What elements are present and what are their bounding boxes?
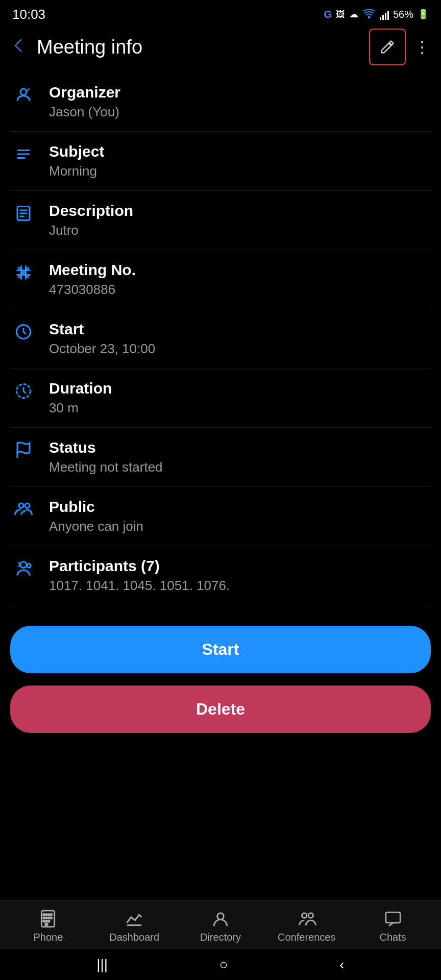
- meeting-no-value: 473030886: [49, 282, 431, 298]
- dashboard-icon: [125, 909, 144, 928]
- participants-label: Participants (7): [49, 557, 431, 575]
- meeting-no-text: Meeting No. 473030886: [49, 261, 431, 298]
- organizer-value: Jason (You): [49, 104, 431, 120]
- meeting-no-row: Meeting No. 473030886: [10, 250, 431, 309]
- public-icon: [10, 498, 37, 519]
- gallery-icon: 🖼: [336, 9, 345, 20]
- signal-icon: [380, 10, 389, 20]
- organizer-row: Organizer Jason (You): [10, 72, 431, 132]
- action-buttons: Start Delete: [0, 610, 441, 743]
- participants-row: Participants (7) 1017. 1041. 1045. 1051.…: [10, 546, 431, 605]
- start-label: Start: [49, 321, 431, 338]
- svg-point-20: [25, 503, 30, 508]
- public-text: Public Anyone can join: [49, 498, 431, 534]
- svg-point-33: [51, 914, 52, 916]
- svg-point-19: [19, 503, 23, 508]
- svg-point-28: [46, 917, 47, 919]
- svg-point-21: [20, 562, 27, 568]
- meeting-no-label: Meeting No.: [49, 261, 431, 279]
- start-value: October 23, 10:00: [49, 341, 431, 357]
- battery-icon: 🔋: [418, 9, 429, 20]
- start-time-icon: [10, 321, 37, 341]
- status-icons: G 🖼 ☁ 56% 🔋: [324, 8, 429, 21]
- system-back-button[interactable]: ‹: [339, 957, 344, 973]
- svg-point-32: [48, 920, 50, 922]
- subject-row: Subject Morning: [10, 132, 431, 191]
- start-row: Start October 23, 10:00: [10, 309, 431, 369]
- description-row: Description Jutro: [10, 191, 431, 250]
- subject-text: Subject Morning: [49, 143, 431, 179]
- header-actions: ⋮: [369, 29, 431, 65]
- svg-point-37: [217, 913, 224, 920]
- svg-point-27: [43, 917, 45, 919]
- directory-nav-label: Directory: [200, 932, 241, 943]
- organizer-text: Organizer Jason (You): [49, 84, 431, 120]
- chats-icon: [383, 909, 403, 928]
- duration-icon: [10, 380, 37, 400]
- system-home-button[interactable]: ○: [219, 957, 228, 973]
- nav-item-chats[interactable]: Chats: [350, 909, 436, 943]
- participants-icon: [10, 557, 37, 578]
- edit-icon: [380, 39, 395, 55]
- conferences-nav-label: Conferences: [278, 932, 335, 943]
- svg-point-2: [28, 90, 29, 91]
- phone-nav-label: Phone: [33, 932, 63, 943]
- nav-item-directory[interactable]: Directory: [178, 909, 264, 943]
- description-text: Description Jutro: [49, 202, 431, 238]
- g-status-icon: G: [324, 9, 332, 20]
- status-bar: 10:03 G 🖼 ☁ 56% 🔋: [0, 0, 441, 27]
- nav-item-conferences[interactable]: Conferences: [263, 909, 350, 943]
- chats-nav-label: Chats: [379, 932, 406, 943]
- start-text: Start October 23, 10:00: [49, 321, 431, 357]
- svg-point-35: [45, 923, 48, 926]
- nav-item-dashboard[interactable]: Dashboard: [91, 909, 178, 943]
- phone-icon: [38, 909, 58, 928]
- status-text: Status Meeting not started: [49, 439, 431, 475]
- participants-text: Participants (7) 1017. 1041. 1045. 1051.…: [49, 557, 431, 594]
- subject-value: Morning: [49, 163, 431, 179]
- back-button[interactable]: [10, 37, 27, 57]
- svg-point-26: [48, 914, 50, 916]
- status-row: Status Meeting not started: [10, 428, 431, 487]
- start-button[interactable]: Start: [10, 626, 431, 673]
- duration-text: Duration 30 m: [49, 380, 431, 416]
- description-label: Description: [49, 202, 431, 219]
- more-options-button[interactable]: ⋮: [414, 37, 431, 57]
- description-icon: [10, 202, 37, 223]
- subject-label: Subject: [49, 143, 431, 160]
- svg-point-24: [43, 914, 45, 916]
- svg-point-29: [48, 917, 50, 919]
- public-value: Anyone can join: [49, 519, 431, 534]
- meeting-no-icon: [10, 261, 37, 282]
- duration-label: Duration: [49, 380, 431, 397]
- meeting-info-content: Organizer Jason (You) Subject Morning: [0, 67, 441, 610]
- status-time: 10:03: [12, 7, 45, 22]
- status-icon: [10, 439, 37, 459]
- status-value: Meeting not started: [49, 459, 431, 475]
- status-label: Status: [49, 439, 431, 456]
- duration-value: 30 m: [49, 400, 431, 416]
- participants-value: 1017. 1041. 1045. 1051. 1076.: [49, 578, 431, 594]
- wifi-icon: [362, 8, 376, 21]
- bottom-navigation: Phone Dashboard Directory Conferences Ch…: [0, 900, 441, 949]
- nav-item-phone[interactable]: Phone: [5, 909, 91, 943]
- system-navigation: ||| ○ ‹: [0, 949, 441, 980]
- subject-icon: [10, 143, 37, 163]
- edit-button[interactable]: [369, 29, 406, 65]
- svg-point-22: [27, 564, 31, 568]
- public-row: Public Anyone can join: [10, 487, 431, 546]
- svg-point-31: [46, 920, 47, 922]
- organizer-icon: [10, 84, 37, 104]
- delete-button[interactable]: Delete: [10, 685, 431, 733]
- svg-point-30: [43, 920, 45, 922]
- svg-point-1: [20, 89, 27, 95]
- svg-point-34: [51, 917, 52, 919]
- app-header: Meeting info ⋮: [0, 27, 441, 67]
- duration-row: Duration 30 m: [10, 369, 431, 428]
- svg-point-38: [302, 913, 307, 918]
- system-menu-button[interactable]: |||: [96, 957, 108, 973]
- svg-point-39: [308, 913, 313, 918]
- battery-percentage: 56%: [393, 9, 413, 20]
- organizer-label: Organizer: [49, 84, 431, 101]
- page-title: Meeting info: [37, 36, 369, 58]
